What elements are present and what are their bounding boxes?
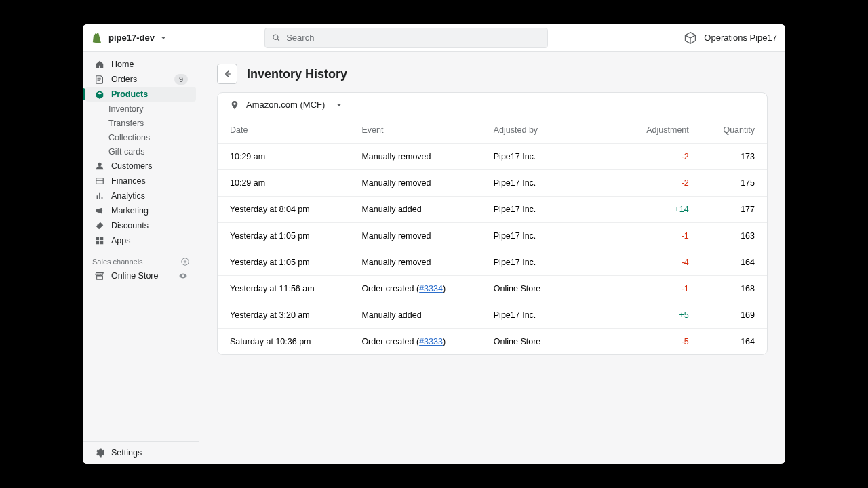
- table-row: Yesterday at 1:05 pmManually removedPipe…: [218, 249, 767, 276]
- order-link[interactable]: #3333: [419, 337, 443, 346]
- sidebar-subitem-gift-cards[interactable]: Gift cards: [83, 144, 199, 159]
- event-text: Manually removed: [361, 231, 431, 241]
- store-switcher[interactable]: pipe17-dev: [91, 32, 167, 44]
- chevron-down-icon: [336, 102, 342, 108]
- col-event: Event: [349, 117, 481, 144]
- eye-icon[interactable]: [178, 271, 188, 281]
- sidebar-item-marketing[interactable]: Marketing: [85, 203, 196, 218]
- cell-adjustment: -1: [628, 223, 701, 249]
- channel-item-online-store[interactable]: Online Store: [85, 268, 196, 283]
- sidebar-item-home[interactable]: Home: [85, 57, 196, 72]
- cell-event: Manually removed: [349, 144, 481, 170]
- svg-rect-4: [96, 241, 99, 244]
- main: Inventory History Amazon.com (MCF) Date …: [199, 52, 785, 464]
- cell-quantity: 163: [701, 223, 767, 249]
- cell-adjustment: -2: [628, 170, 701, 197]
- sidebar-subitem-inventory[interactable]: Inventory: [83, 102, 199, 116]
- history-card: Amazon.com (MCF) Date Event Adjusted by …: [217, 92, 768, 355]
- back-button[interactable]: [217, 64, 237, 84]
- org-name: Operations Pipe17: [704, 33, 777, 43]
- cell-adjustment: +14: [628, 197, 701, 223]
- event-text: ): [443, 284, 446, 293]
- search-wrap: [264, 28, 548, 48]
- cell-quantity: 177: [701, 197, 767, 223]
- cell-adjustment: -2: [628, 144, 701, 170]
- store-name: pipe17-dev: [108, 33, 155, 43]
- svg-point-0: [98, 163, 101, 166]
- col-adjusted-by: Adjusted by: [481, 117, 628, 144]
- finances-icon: [95, 176, 104, 186]
- cell-event: Manually removed: [349, 223, 481, 249]
- cell-adjusted-by: Pipe17 Inc.: [481, 197, 628, 223]
- sidebar-item-apps[interactable]: Apps: [85, 233, 196, 248]
- cell-date: Saturday at 10:36 pm: [218, 329, 349, 355]
- sidebar-item-finances[interactable]: Finances: [85, 174, 196, 188]
- nav-badge: 9: [174, 74, 188, 85]
- products-icon: [95, 89, 104, 99]
- cell-event: Manually removed: [349, 249, 481, 276]
- svg-rect-3: [100, 237, 103, 240]
- sidebar-item-label: Products: [111, 89, 148, 99]
- cell-quantity: 175: [701, 170, 767, 197]
- cell-quantity: 169: [701, 302, 767, 329]
- apps-icon: [95, 236, 104, 245]
- sidebar-item-label: Orders: [111, 75, 137, 84]
- event-text: Manually removed: [361, 152, 431, 161]
- cell-adjusted-by: Pipe17 Inc.: [481, 249, 628, 276]
- sidebar-item-analytics[interactable]: Analytics: [85, 188, 196, 203]
- home-icon: [95, 60, 104, 69]
- sidebar-item-discounts[interactable]: Discounts: [85, 218, 196, 233]
- order-link[interactable]: #3334: [419, 284, 443, 293]
- svg-rect-2: [96, 237, 99, 240]
- sidebar-item-orders[interactable]: Orders9: [85, 72, 196, 87]
- event-text: Manually removed: [361, 258, 431, 267]
- cell-date: Yesterday at 3:20 am: [218, 302, 349, 329]
- table-row: Saturday at 10:36 pmOrder created (#3333…: [218, 329, 767, 355]
- cell-adjusted-by: Online Store: [481, 329, 628, 355]
- discounts-icon: [95, 221, 104, 230]
- cell-adjusted-by: Pipe17 Inc.: [481, 302, 628, 329]
- page-header: Inventory History: [217, 64, 768, 84]
- settings-nav[interactable]: Settings: [85, 442, 196, 464]
- sales-channels-heading: Sales channels: [83, 248, 199, 268]
- search-box[interactable]: [264, 28, 548, 48]
- cell-quantity: 173: [701, 144, 767, 170]
- marketing-icon: [95, 206, 104, 216]
- col-date: Date: [218, 117, 349, 144]
- table-row: Yesterday at 3:20 amManually addedPipe17…: [218, 302, 767, 329]
- body: HomeOrders9ProductsInventoryTransfersCol…: [83, 52, 785, 464]
- cell-date: Yesterday at 11:56 am: [218, 276, 349, 302]
- history-table: Date Event Adjusted by Adjustment Quanti…: [218, 117, 767, 354]
- orders-icon: [95, 75, 104, 84]
- table-header-row: Date Event Adjusted by Adjustment Quanti…: [218, 117, 767, 144]
- sidebar-bottom: Settings: [83, 441, 199, 464]
- sidebar-subitem-collections[interactable]: Collections: [83, 130, 199, 144]
- cell-event: Order created (#3333): [349, 329, 481, 355]
- sidebar-item-label: Marketing: [111, 206, 149, 216]
- cell-adjusted-by: Pipe17 Inc.: [481, 170, 628, 197]
- svg-rect-1: [96, 178, 104, 184]
- cell-adjusted-by: Pipe17 Inc.: [481, 144, 628, 170]
- nav-channels: Online Store: [83, 268, 199, 283]
- cell-event: Manually removed: [349, 170, 481, 197]
- sidebar: HomeOrders9ProductsInventoryTransfersCol…: [83, 52, 199, 464]
- cell-quantity: 168: [701, 276, 767, 302]
- add-channel-icon[interactable]: [181, 258, 189, 266]
- sidebar-item-products[interactable]: Products: [85, 87, 196, 102]
- cube-icon: [684, 31, 697, 45]
- sidebar-item-customers[interactable]: Customers: [85, 159, 196, 174]
- cell-event: Manually added: [349, 302, 481, 329]
- event-text: Manually added: [361, 310, 421, 320]
- cell-adjusted-by: Pipe17 Inc.: [481, 223, 628, 249]
- search-input[interactable]: [286, 33, 540, 43]
- cell-adjustment: -1: [628, 276, 701, 302]
- sidebar-item-label: Finances: [111, 176, 146, 186]
- sidebar-subitem-transfers[interactable]: Transfers: [83, 116, 199, 130]
- cell-adjustment: +5: [628, 302, 701, 329]
- cell-date: 10:29 am: [218, 170, 349, 197]
- cell-date: Yesterday at 1:05 pm: [218, 249, 349, 276]
- search-icon: [272, 33, 281, 43]
- event-text: Order created (: [361, 284, 419, 293]
- org-switcher[interactable]: Operations Pipe17: [684, 31, 777, 45]
- location-selector[interactable]: Amazon.com (MCF): [218, 93, 767, 117]
